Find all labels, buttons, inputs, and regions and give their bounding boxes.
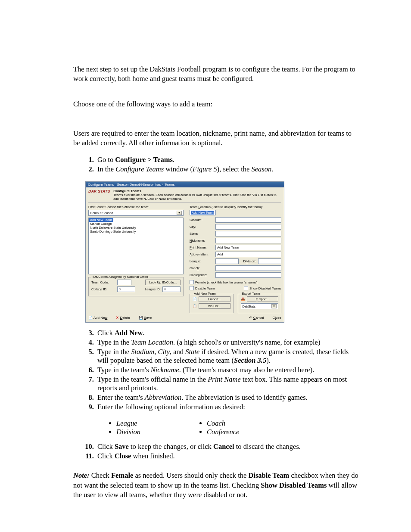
add-team-group-title: Add New Team bbox=[193, 292, 217, 296]
step-7: Type in the team's official name in the … bbox=[96, 375, 359, 392]
city-label: City: bbox=[190, 225, 214, 229]
import-icon: 📄 bbox=[193, 297, 197, 301]
intro-paragraph-2: Choose one of the following ways to add … bbox=[73, 100, 359, 109]
location-input[interactable]: Add New Team bbox=[190, 210, 216, 215]
chevron-down-icon: ▼ bbox=[177, 211, 182, 215]
list-item[interactable]: Santo Domingo State University bbox=[89, 230, 183, 233]
disable-team-checkbox[interactable]: Disable Team bbox=[190, 286, 215, 290]
save-button[interactable]: 💾 Save bbox=[139, 316, 152, 320]
window-title: Configure Teams - Season Demo99Season ha… bbox=[86, 182, 284, 187]
export-icon: 📤 bbox=[241, 297, 245, 301]
opt-conference: Conference bbox=[207, 428, 280, 436]
opt-league: League bbox=[116, 419, 190, 428]
export-team-group: Export Team 📤Export... DakStats▼ bbox=[238, 294, 281, 313]
abbrev-label: Abbreviation: bbox=[190, 252, 214, 256]
close-button[interactable]: Close bbox=[273, 316, 281, 320]
note-paragraph: Note: Check Female as needed. Users shou… bbox=[73, 471, 359, 500]
female-checkbox[interactable]: Female (check this box for women's teams… bbox=[190, 280, 257, 284]
via-list-button[interactable]: Via List... bbox=[199, 303, 230, 309]
step-6: Type in the team's Nickname. (The team's… bbox=[96, 366, 359, 374]
steps-list-2: Click Add New. Type in the Team Location… bbox=[73, 329, 359, 411]
season-dropdown[interactable]: Demo99Season ▼ bbox=[88, 210, 184, 216]
intro-paragraph-3: Users are required to enter the team loc… bbox=[73, 129, 359, 148]
delete-icon: ✕ bbox=[116, 316, 119, 320]
list-item[interactable]: North Delaware State University bbox=[89, 226, 183, 230]
collegeid-input[interactable]: 0 bbox=[117, 286, 135, 292]
step-11: Click Close when finished. bbox=[96, 452, 359, 460]
list-icon: 📋 bbox=[193, 304, 197, 308]
checkbox-icon bbox=[190, 286, 194, 290]
nickname-label: Nickname: bbox=[190, 239, 214, 243]
coach-input[interactable] bbox=[215, 265, 281, 271]
step-4: Type in the Team Location. (a high schoo… bbox=[96, 338, 359, 347]
checkbox-icon bbox=[244, 286, 248, 290]
document-page: The next step to set up the DakStats Foo… bbox=[0, 0, 411, 532]
list-item[interactable]: Marion College bbox=[89, 222, 183, 226]
step-8: Enter the team's Abbreviation. The abbre… bbox=[96, 393, 359, 402]
cancel-button[interactable]: ↶ Cancel bbox=[249, 316, 264, 320]
undo-icon: ↶ bbox=[249, 316, 252, 320]
banner-text: Teams exist inside a season. Each season… bbox=[113, 193, 281, 201]
league-input[interactable] bbox=[215, 258, 239, 264]
banner-heading: Configure Teams bbox=[113, 189, 281, 193]
ids-group-title: IDs/Codes Assigned by National Office bbox=[91, 275, 149, 279]
step-1: Go to Configure > Teams. bbox=[96, 156, 359, 164]
figure-5: Configure Teams - Season Demo99Season ha… bbox=[85, 181, 359, 323]
chevron-down-icon: ▼ bbox=[271, 304, 277, 308]
show-disabled-checkbox[interactable]: Show Disabled Teams bbox=[244, 286, 281, 290]
logo: DAK STATS bbox=[88, 189, 110, 193]
ids-group: IDs/Codes Assigned by National Office Te… bbox=[88, 277, 184, 296]
league-label: League: bbox=[190, 259, 214, 263]
new-icon: 📄 bbox=[88, 316, 93, 320]
step-9: Enter the following optional information… bbox=[96, 403, 359, 411]
opt-division: Division bbox=[116, 428, 190, 436]
teamcode-input[interactable] bbox=[117, 280, 131, 285]
city-input[interactable] bbox=[215, 224, 281, 230]
state-input[interactable] bbox=[215, 231, 281, 236]
conference-label: Conference: bbox=[190, 273, 214, 277]
add-new-team-group: Add New Team 📄Import... 📋Via List... bbox=[190, 294, 233, 313]
import-button[interactable]: Import... bbox=[199, 296, 230, 302]
printname-input[interactable]: Add New Team bbox=[215, 245, 281, 250]
export-team-group-title: Export Team bbox=[241, 292, 262, 296]
coach-label: Coach: bbox=[190, 266, 214, 270]
steps-list-3: Click Save to keep the changes, or click… bbox=[73, 442, 359, 460]
export-button[interactable]: Export... bbox=[247, 296, 278, 302]
export-target-dropdown[interactable]: DakStats▼ bbox=[241, 303, 278, 309]
teamcode-label: Team Code: bbox=[91, 280, 115, 284]
leagueid-label: League ID: bbox=[145, 287, 161, 291]
step-10: Click Save to keep the changes, or click… bbox=[96, 442, 359, 451]
optional-info-list: League Division Coach Conference bbox=[73, 419, 280, 436]
opt-coach: Coach bbox=[207, 419, 280, 428]
teams-listbox[interactable]: Add New Team Marion College North Delawa… bbox=[88, 218, 184, 274]
conference-input[interactable] bbox=[215, 272, 281, 278]
checkbox-icon bbox=[190, 280, 194, 284]
season-value: Demo99Season bbox=[90, 211, 113, 215]
list-item-selected[interactable]: Add New Team bbox=[89, 218, 113, 222]
step-2: In the Configure Teams window (Figure 5)… bbox=[96, 165, 359, 174]
step-5: Type in the Stadium, City, and State if … bbox=[96, 348, 359, 365]
stadium-input[interactable] bbox=[215, 217, 281, 223]
stadium-label: Stadium: bbox=[190, 218, 214, 222]
nickname-input[interactable] bbox=[215, 238, 281, 243]
abbrev-input[interactable]: Add bbox=[215, 252, 281, 257]
step-3: Click Add New. bbox=[96, 329, 359, 337]
delete-button[interactable]: ✕ Delete bbox=[116, 316, 130, 320]
leagueid-input[interactable]: 0 bbox=[162, 286, 181, 292]
steps-list-1: Go to Configure > Teams. In the Configur… bbox=[73, 156, 359, 174]
intro-paragraph-1: The next step to set up the DakStats Foo… bbox=[73, 65, 359, 84]
left-label: First Select Season then choose the team… bbox=[88, 205, 184, 209]
save-icon: 💾 bbox=[139, 316, 143, 320]
right-label: Team Location (used to uniquely identify… bbox=[190, 205, 281, 209]
add-new-button[interactable]: 📄 Add New bbox=[88, 316, 107, 320]
printname-label: Print Name: bbox=[190, 246, 214, 249]
state-label: State: bbox=[190, 232, 214, 236]
division-label: Division: bbox=[243, 259, 256, 263]
division-input[interactable] bbox=[258, 258, 281, 264]
lookup-button[interactable]: Look Up ID/Code... bbox=[145, 280, 181, 285]
collegeid-label: College ID: bbox=[91, 287, 115, 291]
